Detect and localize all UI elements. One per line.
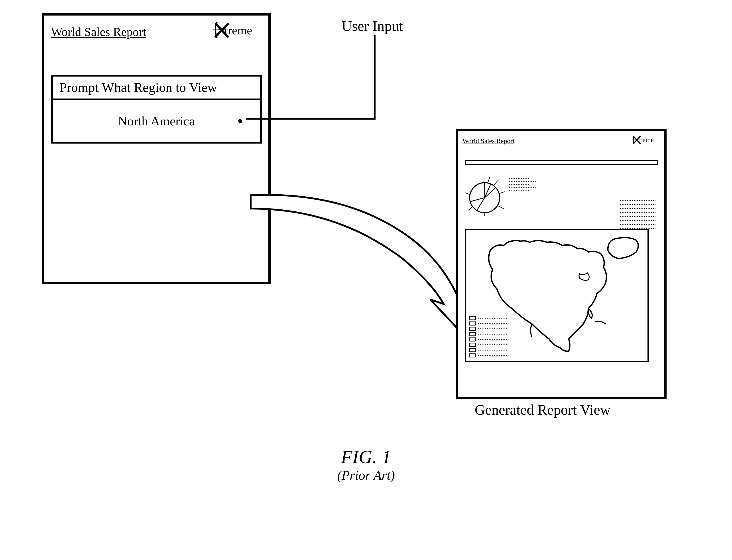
legend-swatch-icon (469, 327, 476, 331)
data-placeholder-line (509, 181, 536, 182)
data-text-block (620, 200, 655, 229)
figure-container: World Sales Report treme Prompt What Reg… (0, 0, 732, 560)
pie-chart-icon (465, 176, 505, 216)
legend-row (469, 353, 507, 357)
region-input[interactable]: North America (53, 100, 260, 142)
legend-row (469, 332, 507, 336)
report-body (458, 169, 664, 369)
report-title-bar: World Sales Report treme (458, 131, 664, 149)
legend-swatch-icon (469, 332, 476, 336)
region-map (465, 229, 649, 362)
data-placeholder-line (620, 216, 655, 217)
data-placeholder-line (478, 350, 507, 351)
user-input-annotation: User Input (342, 18, 403, 34)
xtreme-logo-icon: treme (631, 134, 660, 147)
data-placeholder-line (478, 344, 507, 345)
data-placeholder-line (478, 328, 507, 329)
data-placeholder-line (620, 200, 655, 201)
svg-line-14 (465, 193, 470, 195)
legend-row (469, 316, 507, 320)
data-placeholder-line (509, 184, 529, 185)
leader-line (246, 35, 379, 128)
data-placeholder-line (620, 208, 655, 209)
data-placeholder-line (620, 224, 655, 225)
figure-subtitle: (Prior Art) (337, 468, 395, 483)
legend-row (469, 321, 507, 325)
data-placeholder-line (478, 318, 507, 319)
svg-text:treme: treme (638, 136, 654, 144)
pie-labels (509, 178, 536, 191)
prompt-header: Prompt What Region to View (53, 77, 260, 100)
prompt-box: Prompt What Region to View North America (51, 75, 262, 144)
input-indicator-dot (238, 119, 242, 123)
svg-line-11 (498, 206, 504, 209)
prompt-title-bar: World Sales Report treme (44, 16, 269, 46)
flow-arrow-icon (249, 193, 481, 348)
svg-line-10 (499, 192, 505, 194)
generated-report-panel: World Sales Report treme (456, 129, 667, 399)
data-placeholder-line (509, 178, 529, 179)
legend-row (469, 348, 507, 352)
svg-line-13 (468, 207, 473, 211)
figure-number: FIG. 1 (337, 446, 395, 468)
region-input-value: North America (118, 114, 195, 128)
svg-line-8 (488, 177, 490, 183)
legend-swatch-icon (469, 316, 476, 320)
data-placeholder-line (478, 339, 507, 340)
legend-row (469, 337, 507, 341)
report-title: World Sales Report (51, 25, 146, 39)
generated-report-annotation: Generated Report View (475, 402, 610, 418)
data-placeholder-line (478, 334, 507, 335)
legend-swatch-icon (469, 343, 476, 347)
report-separator (465, 160, 658, 165)
data-placeholder-line (478, 323, 507, 324)
svg-line-9 (494, 180, 499, 185)
data-placeholder-line (620, 204, 655, 205)
map-legend (469, 316, 507, 357)
legend-swatch-icon (469, 321, 476, 325)
data-placeholder-line (620, 212, 655, 213)
data-placeholder-line (478, 355, 507, 356)
data-placeholder-line (509, 190, 529, 191)
legend-row (469, 327, 507, 331)
legend-swatch-icon (469, 337, 476, 341)
data-placeholder-line (620, 220, 655, 221)
figure-caption: FIG. 1 (Prior Art) (337, 446, 395, 483)
prompt-dialog-panel: World Sales Report treme Prompt What Reg… (42, 13, 271, 284)
legend-row (469, 343, 507, 347)
legend-swatch-icon (469, 353, 476, 357)
report-title-text: World Sales Report (462, 137, 514, 145)
legend-swatch-icon (469, 348, 476, 352)
data-placeholder-line (509, 187, 536, 188)
